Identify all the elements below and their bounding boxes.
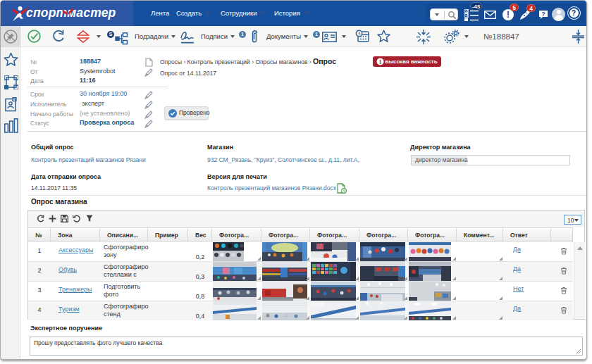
svg-text:?: ? [541, 11, 545, 18]
svg-text:!: ! [379, 58, 381, 65]
